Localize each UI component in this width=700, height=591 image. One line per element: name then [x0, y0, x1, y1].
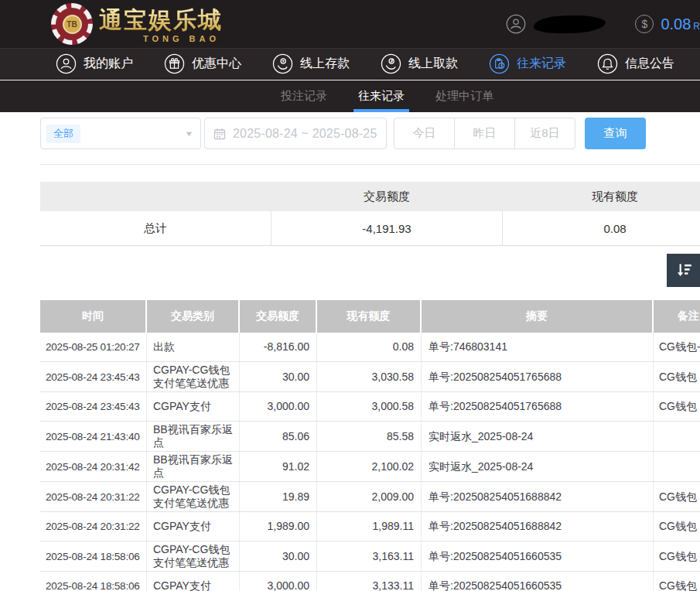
col-header-amount: 交易额度	[240, 300, 317, 333]
table-row: 2025-08-25 01:20:27 出款 -8,816.00 0.08 单号…	[40, 333, 700, 362]
section-divider	[40, 164, 700, 165]
cell-remark	[654, 452, 700, 481]
withdraw-icon	[381, 53, 401, 74]
nav-item-deposit[interactable]: 线上存款	[272, 53, 350, 74]
cell-remark: CG钱包-24	[654, 333, 700, 361]
gift-icon	[164, 53, 185, 74]
cell-type: CGPAY支付	[147, 512, 240, 541]
cell-amount: 19.89	[240, 482, 317, 511]
table-header-row: 时间 交易类别 交易额度 现有额度 摘要 备注	[40, 300, 700, 333]
cell-time: 2025-08-25 01:20:27	[40, 333, 147, 361]
brand-latin: TONG BAO	[99, 34, 223, 43]
cell-time: 2025-08-24 20:31:22	[40, 482, 147, 511]
cell-type: CGPAY支付	[147, 572, 240, 591]
topbar: TB 通宝娱乐城 TONG BAO $ 0.08 R	[0, 0, 700, 48]
cell-time: 2025-08-24 18:58:06	[40, 541, 147, 571]
today-button[interactable]: 今日	[394, 118, 455, 149]
chip-monogram: TB	[63, 15, 82, 34]
nav-item-my-account[interactable]: 我的账户	[56, 53, 133, 74]
date-range-input[interactable]: 2025-08-24 ~ 2025-08-25	[204, 118, 387, 149]
nav-item-transaction-records[interactable]: 往来记录	[489, 53, 566, 74]
summary-header-row: 交易额度 现有额度	[40, 182, 700, 211]
table-row: 2025-08-24 23:45:43 CGPAY支付 3,000.00 3,0…	[40, 392, 700, 422]
nav-item-promotions[interactable]: 优惠中心	[164, 53, 241, 74]
yesterday-button[interactable]: 昨日	[454, 118, 515, 149]
records-icon	[489, 53, 510, 74]
cell-time: 2025-08-24 23:45:43	[40, 392, 147, 421]
calendar-icon	[213, 128, 226, 140]
summary-total-amount: -4,191.93	[271, 211, 503, 245]
redacted-username	[534, 14, 606, 33]
cell-type: CGPAY支付	[147, 392, 240, 421]
cell-time: 2025-08-24 23:45:43	[40, 362, 147, 391]
query-button[interactable]: 查询	[585, 118, 646, 149]
table-row: 2025-08-24 18:58:06 CGPAY支付 3,000.00 3,1…	[40, 572, 700, 591]
col-header-balance: 现有额度	[317, 300, 422, 333]
sub-nav: 投注记录 往来记录 处理中订单	[0, 80, 700, 112]
summary-total-row: 总计 -4,191.93 0.08	[40, 211, 700, 246]
nav-label: 信息公告	[625, 56, 674, 72]
cell-amount: 30.00	[240, 362, 317, 391]
cell-balance: 0.08	[317, 333, 422, 361]
topbar-account: $ 0.08 R	[506, 14, 700, 34]
nav-item-announcements[interactable]: 信息公告	[597, 53, 674, 74]
table-row: 2025-08-24 23:45:43 CGPAY-CG钱包支付笔笔送优惠 30…	[40, 362, 700, 392]
table-row: 2025-08-24 18:58:06 CGPAY-CG钱包支付笔笔送优惠 30…	[40, 541, 700, 572]
cell-remark: CG钱包	[654, 572, 700, 591]
cell-balance: 2,100.02	[317, 452, 422, 481]
cell-time: 2025-08-24 21:43:40	[40, 422, 147, 451]
cell-remark: CG钱包	[654, 512, 700, 541]
cell-amount: 3,000.00	[240, 572, 317, 591]
cell-summary: 单号:202508254051660535	[422, 572, 654, 591]
sort-descending-icon	[674, 261, 694, 281]
nav-label: 线上存款	[300, 56, 350, 72]
cell-balance: 3,030.58	[317, 362, 422, 391]
cell-type: CGPAY-CG钱包支付笔笔送优惠	[147, 541, 240, 571]
table-row: 2025-08-24 20:31:22 CGPAY支付 1,989.00 1,9…	[40, 512, 700, 541]
page: TB 通宝娱乐城 TONG BAO $ 0.08 R 我的账户	[0, 0, 700, 591]
type-select-dropdown[interactable]: 全部 ▼	[40, 118, 201, 149]
quick-date-buttons: 今日 昨日 近8日	[394, 118, 575, 149]
date-range-value: 2025-08-24 ~ 2025-08-25	[233, 127, 377, 141]
cell-remark: CG钱包	[654, 362, 700, 391]
nav-item-withdraw[interactable]: 线上取款	[381, 53, 458, 74]
brand-name: 通宝娱乐城	[99, 5, 223, 36]
table-row: 2025-08-24 20:31:42 BB视讯百家乐返点 91.02 2,10…	[40, 452, 700, 482]
cell-balance: 2,009.00	[317, 482, 422, 511]
balance-currency: R	[693, 21, 700, 32]
cell-amount: 3,000.00	[240, 392, 317, 421]
tab-betting-records[interactable]: 投注记录	[276, 80, 332, 112]
selected-type-tag[interactable]: 全部	[46, 125, 80, 143]
nav-label: 往来记录	[517, 56, 566, 72]
cell-summary: 单号:202508254051688842	[422, 512, 654, 541]
brand-logo[interactable]: TB 通宝娱乐城 TONG BAO	[51, 3, 223, 45]
cell-balance: 3,000.58	[317, 392, 422, 421]
summary-table: 交易额度 现有额度 总计 -4,191.93 0.08	[40, 182, 700, 246]
tab-transaction-records[interactable]: 往来记录	[353, 80, 409, 112]
cell-remark: CG钱包	[654, 482, 700, 511]
tab-processing-orders[interactable]: 处理中订单	[431, 80, 498, 112]
cell-summary: 单号:746803141	[422, 333, 654, 361]
dollar-icon: $	[635, 15, 654, 33]
cell-time: 2025-08-24 20:31:22	[40, 512, 147, 541]
cell-summary: 单号:202508254051688842	[422, 482, 654, 511]
last-8-days-button[interactable]: 近8日	[514, 118, 575, 149]
col-header-type: 交易类别	[147, 300, 240, 333]
cell-time: 2025-08-24 20:31:42	[40, 452, 147, 481]
cell-summary: 单号:202508254051765688	[422, 362, 654, 391]
summary-header-balance: 现有额度	[503, 182, 700, 211]
chevron-down-icon: ▼	[185, 130, 194, 138]
cell-summary: 实时返水_2025-08-24	[422, 452, 654, 481]
filter-row: 全部 ▼ 2025-08-24 ~ 2025-08-25 今日 昨日 近8日 查…	[40, 118, 646, 149]
table-row: 2025-08-24 21:43:40 BB视讯百家乐返点 85.06 85.5…	[40, 422, 700, 452]
cell-amount: 30.00	[240, 541, 317, 571]
cell-summary: 单号:202508254051765688	[422, 392, 654, 421]
active-tab-underline	[353, 109, 409, 112]
cell-amount: -8,816.00	[240, 333, 317, 361]
cell-remark	[654, 422, 700, 451]
sort-descending-button[interactable]	[667, 254, 700, 287]
bell-icon	[597, 53, 618, 74]
poker-chip-icon: TB	[51, 3, 93, 45]
cell-type: 出款	[147, 333, 240, 361]
col-header-summary: 摘要	[422, 300, 654, 333]
